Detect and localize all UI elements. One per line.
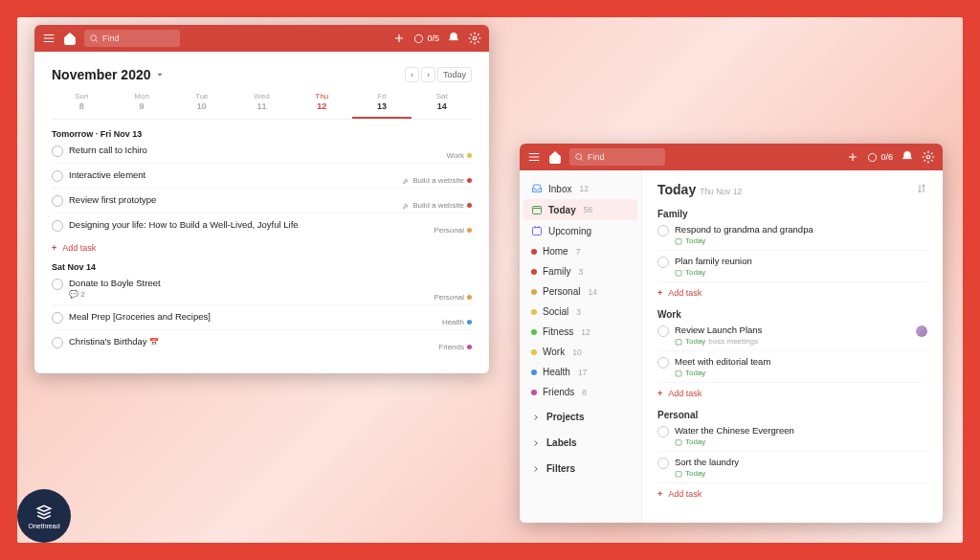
cal-day[interactable]: Wed11 — [232, 92, 292, 119]
task-project-tag: Work — [446, 151, 472, 160]
project-color-dot — [531, 289, 537, 295]
avatar — [916, 325, 927, 337]
task-project-tag: Friends — [438, 343, 472, 351]
task-checkbox[interactable] — [52, 170, 63, 182]
task-row[interactable]: Review first prototype Build a website — [52, 189, 472, 213]
sidebar-project-social[interactable]: Social 3 — [523, 302, 637, 322]
cal-day[interactable]: Sun8 — [52, 92, 112, 119]
task-row[interactable]: Plan family reunion Today — [657, 251, 927, 282]
nav-prev[interactable]: ‹ — [405, 67, 419, 82]
month-selector[interactable]: November 2020 — [52, 67, 165, 82]
add-task-button[interactable]: +Add task — [657, 288, 927, 298]
cal-day[interactable]: Fri13 — [352, 92, 412, 119]
sidebar-section-projects[interactable]: Projects — [523, 406, 637, 428]
bell-icon[interactable] — [901, 150, 914, 164]
task-checkbox[interactable] — [52, 146, 63, 157]
sidebar-item-today[interactable]: Today 56 — [523, 199, 637, 220]
sidebar-item-label: Social — [543, 306, 568, 317]
task-row[interactable]: Respond to grandma and grandpa Today — [657, 219, 927, 251]
upcoming-body: November 2020 ‹ › Today Sun8 Mon9 Tue10 … — [34, 52, 489, 373]
sidebar-item-upcoming[interactable]: Upcoming — [523, 220, 637, 241]
nav-next[interactable]: › — [421, 67, 435, 82]
task-title: Christina's Birthday 📅 — [69, 336, 472, 347]
sidebar-project-friends[interactable]: Friends 8 — [523, 382, 637, 402]
sidebar-item-inbox[interactable]: Inbox 12 — [523, 178, 637, 199]
search-input[interactable]: Find — [569, 148, 665, 166]
task-row[interactable]: Review Launch Plans Today boss meetings — [657, 320, 927, 351]
sidebar-item-count: 56 — [584, 205, 592, 214]
plus-icon[interactable] — [846, 150, 859, 164]
task-row[interactable]: Designing your life: How to Build a Well… — [52, 213, 472, 237]
group-header: Personal — [657, 410, 927, 420]
task-checkbox[interactable] — [657, 357, 669, 369]
cal-day[interactable]: Tue10 — [171, 92, 232, 119]
task-row[interactable]: Water the Chinese Evergreen Today — [657, 420, 927, 452]
task-checkbox[interactable] — [52, 279, 63, 290]
task-checkbox[interactable] — [657, 225, 669, 236]
svg-rect-20 — [533, 228, 542, 235]
task-title: Review Launch Plans — [675, 325, 927, 335]
project-color-dot — [531, 249, 537, 255]
task-project-tag: Personal — [434, 226, 472, 235]
task-row[interactable]: Meet with editorial team Today — [657, 351, 927, 383]
svg-rect-24 — [676, 270, 681, 275]
search-input[interactable]: Find — [84, 30, 180, 47]
plus-icon[interactable] — [392, 32, 406, 45]
sidebar-item-label: Today — [548, 205, 576, 215]
calendar-week: Sun8 Mon9 Tue10 Wed11 Thu12 Fri13 Sat14 — [52, 92, 472, 120]
page-title: Today — [657, 182, 696, 197]
add-task-button[interactable]: +Add task — [657, 489, 927, 499]
sidebar-project-work[interactable]: Work 10 — [523, 342, 637, 362]
task-checkbox[interactable] — [657, 426, 669, 437]
task-date: Today — [675, 268, 927, 277]
sidebar-item-count: 8 — [582, 388, 587, 397]
sidebar-project-home[interactable]: Home 7 — [523, 241, 637, 261]
sidebar-section-labels[interactable]: Labels — [523, 432, 637, 454]
gear-icon[interactable] — [922, 150, 935, 164]
task-checkbox[interactable] — [657, 458, 669, 469]
task-row[interactable]: Sort the laundry Today — [657, 452, 927, 483]
today-button[interactable]: Today — [437, 67, 472, 82]
sort-icon[interactable] — [916, 183, 927, 196]
bell-icon[interactable] — [447, 32, 460, 45]
add-task-button[interactable]: +Add task — [52, 243, 472, 253]
task-checkbox[interactable] — [52, 195, 63, 207]
svg-rect-25 — [676, 339, 681, 344]
task-row[interactable]: Interactive element Build a website — [52, 164, 472, 189]
task-row[interactable]: Donate to Boyle Street 💬 2 Personal — [52, 272, 472, 305]
svg-line-13 — [581, 159, 583, 161]
cal-day[interactable]: Thu12 — [292, 92, 352, 119]
sidebar-project-health[interactable]: Health 17 — [523, 362, 637, 382]
task-checkbox[interactable] — [52, 220, 63, 232]
task-title: Meal Prep [Groceries and Recipes] — [69, 311, 472, 322]
sidebar-project-personal[interactable]: Personal 14 — [523, 281, 637, 302]
project-color-dot — [531, 390, 537, 395]
progress-badge[interactable]: 0/6 — [867, 152, 893, 163]
topbar: Find 0/6 — [520, 144, 943, 170]
task-row[interactable]: Return call to Ichiro Work — [52, 139, 472, 164]
menu-icon[interactable] — [42, 32, 56, 45]
cal-day[interactable]: Mon9 — [112, 92, 172, 119]
svg-point-16 — [869, 153, 877, 161]
cal-day[interactable]: Sat14 — [412, 92, 472, 119]
task-row[interactable]: Meal Prep [Groceries and Recipes] Health — [52, 305, 472, 330]
task-title: Donate to Boyle Street — [69, 278, 472, 288]
task-date: Today boss meetings — [675, 337, 927, 346]
menu-icon[interactable] — [527, 150, 541, 164]
task-row[interactable]: Christina's Birthday 📅 Friends — [52, 330, 472, 354]
gear-icon[interactable] — [468, 32, 481, 45]
home-icon[interactable] — [63, 32, 77, 45]
task-checkbox[interactable] — [657, 325, 669, 337]
task-checkbox[interactable] — [657, 257, 669, 268]
project-color-dot — [531, 349, 537, 355]
add-task-button[interactable]: +Add task — [657, 389, 927, 398]
task-checkbox[interactable] — [52, 337, 63, 348]
task-checkbox[interactable] — [52, 312, 63, 324]
progress-badge[interactable]: 0/5 — [413, 34, 439, 44]
sidebar-project-fitness[interactable]: Fitness 12 — [523, 322, 637, 342]
sidebar-section-filters[interactable]: Filters — [523, 458, 637, 480]
sidebar-project-family[interactable]: Family 3 — [523, 261, 637, 281]
sidebar-item-label: Personal — [543, 286, 580, 297]
task-title: Plan family reunion — [675, 256, 927, 266]
home-icon[interactable] — [548, 150, 562, 164]
